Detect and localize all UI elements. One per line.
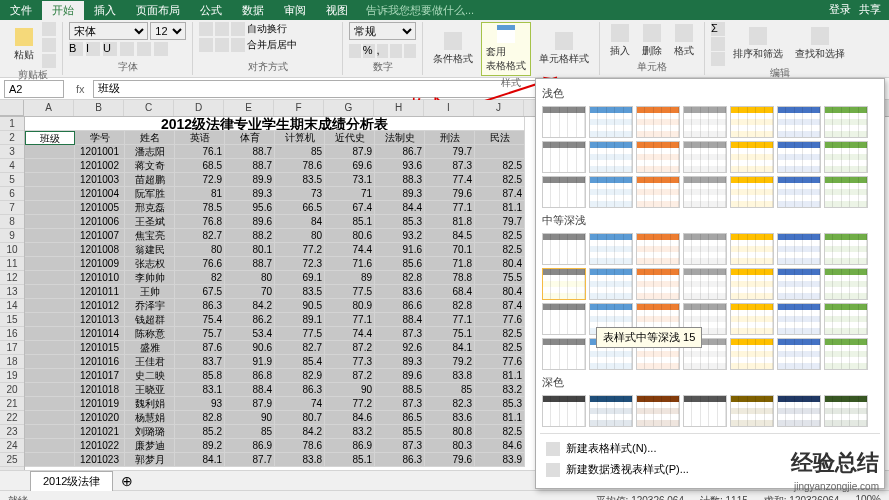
- data-cell[interactable]: 王圣斌: [125, 215, 175, 229]
- data-cell[interactable]: 郭梦月: [125, 453, 175, 467]
- col-header-D[interactable]: D: [174, 100, 224, 116]
- data-cell[interactable]: 77.6: [475, 313, 525, 327]
- table-style-thumb[interactable]: [824, 395, 868, 427]
- table-style-thumb[interactable]: [777, 176, 821, 208]
- data-cell[interactable]: 82.8: [425, 299, 475, 313]
- row-header[interactable]: 17: [0, 341, 24, 355]
- table-style-thumb[interactable]: [589, 106, 633, 138]
- data-cell[interactable]: 88.7: [225, 257, 275, 271]
- data-cell[interactable]: 77.1: [425, 313, 475, 327]
- cell-style-button[interactable]: 单元格样式: [535, 30, 593, 68]
- data-cell[interactable]: 79.6: [425, 453, 475, 467]
- data-cell[interactable]: 79.7: [425, 145, 475, 159]
- data-cell[interactable]: 1201010: [75, 271, 125, 285]
- data-cell[interactable]: 1201002: [75, 159, 125, 173]
- data-cell[interactable]: [25, 285, 75, 299]
- data-cell[interactable]: 86.3: [175, 299, 225, 313]
- data-cell[interactable]: 89: [325, 271, 375, 285]
- data-cell[interactable]: 80.3: [425, 439, 475, 453]
- table-style-thumb[interactable]: [636, 106, 680, 138]
- data-cell[interactable]: 1201015: [75, 341, 125, 355]
- data-cell[interactable]: 77.2: [275, 243, 325, 257]
- data-cell[interactable]: [25, 271, 75, 285]
- data-cell[interactable]: 82.5: [475, 159, 525, 173]
- data-cell[interactable]: 82.5: [475, 229, 525, 243]
- table-style-thumb[interactable]: [777, 233, 821, 265]
- row-header[interactable]: 20: [0, 383, 24, 397]
- header-cell[interactable]: 班级: [25, 131, 75, 145]
- header-cell[interactable]: 姓名: [125, 131, 175, 145]
- data-cell[interactable]: 71: [325, 187, 375, 201]
- table-style-thumb[interactable]: [777, 395, 821, 427]
- table-style-thumb[interactable]: [636, 395, 680, 427]
- table-style-thumb[interactable]: [542, 106, 586, 138]
- find-select-button[interactable]: 查找和选择: [791, 25, 849, 63]
- data-cell[interactable]: 81: [175, 187, 225, 201]
- autosum-icon[interactable]: Σ: [711, 22, 725, 36]
- data-cell[interactable]: [25, 215, 75, 229]
- data-cell[interactable]: 75.5: [475, 271, 525, 285]
- data-cell[interactable]: 蒋文奇: [125, 159, 175, 173]
- data-cell[interactable]: 杨慧娟: [125, 411, 175, 425]
- data-cell[interactable]: 88.7: [225, 159, 275, 173]
- data-cell[interactable]: 82.5: [475, 341, 525, 355]
- row-header[interactable]: 4: [0, 159, 24, 173]
- data-cell[interactable]: [25, 243, 75, 257]
- data-cell[interactable]: 乔泽宇: [125, 299, 175, 313]
- row-header[interactable]: 7: [0, 201, 24, 215]
- fx-icon[interactable]: fx: [68, 83, 93, 95]
- data-cell[interactable]: 83.5: [275, 285, 325, 299]
- header-cell[interactable]: 民法: [475, 131, 525, 145]
- data-cell[interactable]: 72.9: [175, 173, 225, 187]
- row-header[interactable]: 9: [0, 229, 24, 243]
- tell-me-input[interactable]: 告诉我您想要做什么...: [358, 3, 482, 18]
- bold-icon[interactable]: B: [69, 42, 83, 56]
- data-cell[interactable]: 70: [225, 285, 275, 299]
- data-cell[interactable]: 85.3: [475, 397, 525, 411]
- data-cell[interactable]: [25, 313, 75, 327]
- data-cell[interactable]: 89.3: [375, 187, 425, 201]
- data-cell[interactable]: [25, 439, 75, 453]
- col-header-J[interactable]: J: [474, 100, 524, 116]
- table-style-thumb[interactable]: [589, 268, 633, 300]
- data-cell[interactable]: 1201005: [75, 201, 125, 215]
- data-cell[interactable]: 71.6: [325, 257, 375, 271]
- data-cell[interactable]: 75.1: [425, 327, 475, 341]
- data-cell[interactable]: 80.6: [325, 229, 375, 243]
- data-cell[interactable]: 81.8: [425, 215, 475, 229]
- data-cell[interactable]: 廉梦迪: [125, 439, 175, 453]
- data-cell[interactable]: 89.3: [225, 187, 275, 201]
- data-cell[interactable]: 74.4: [325, 243, 375, 257]
- table-style-thumb[interactable]: [824, 303, 868, 335]
- data-cell[interactable]: 90.6: [225, 341, 275, 355]
- align-mid-icon[interactable]: [215, 22, 229, 36]
- merge-button[interactable]: 合并后居中: [247, 38, 297, 52]
- title-cell[interactable]: 2012级法律专业学生期末成绩分析表: [25, 117, 525, 131]
- table-style-thumb[interactable]: [730, 338, 774, 370]
- data-cell[interactable]: 67.5: [175, 285, 225, 299]
- cut-icon[interactable]: [42, 22, 56, 36]
- data-cell[interactable]: 83.2: [475, 383, 525, 397]
- data-cell[interactable]: 80: [275, 229, 325, 243]
- data-cell[interactable]: [25, 173, 75, 187]
- data-cell[interactable]: 1201011: [75, 285, 125, 299]
- data-cell[interactable]: [25, 355, 75, 369]
- table-style-thumb[interactable]: [542, 233, 586, 265]
- data-cell[interactable]: 78.6: [275, 439, 325, 453]
- data-cell[interactable]: 89.3: [375, 355, 425, 369]
- data-cell[interactable]: 86.3: [275, 383, 325, 397]
- select-all-corner[interactable]: [0, 100, 24, 116]
- data-cell[interactable]: 85.2: [175, 425, 225, 439]
- data-cell[interactable]: 80.8: [425, 425, 475, 439]
- data-cell[interactable]: 87.9: [325, 145, 375, 159]
- row-header[interactable]: 14: [0, 299, 24, 313]
- table-style-thumb[interactable]: [683, 106, 727, 138]
- number-format-select[interactable]: 常规: [349, 22, 416, 40]
- data-cell[interactable]: 史二映: [125, 369, 175, 383]
- row-header[interactable]: 18: [0, 355, 24, 369]
- row-header[interactable]: 2: [0, 131, 24, 145]
- table-style-thumb[interactable]: [824, 106, 868, 138]
- data-cell[interactable]: 86.9: [225, 439, 275, 453]
- table-style-thumb[interactable]: [730, 106, 774, 138]
- zoom-level[interactable]: 100%: [855, 494, 881, 501]
